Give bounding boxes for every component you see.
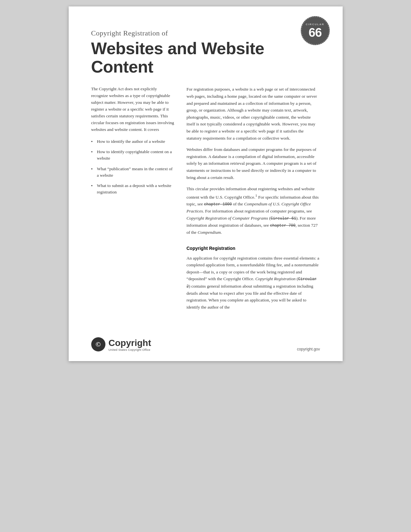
copyright-symbol-char: © xyxy=(95,340,101,349)
title-line1: Websites and Website xyxy=(91,39,264,58)
intro-paragraph: The Copyright Act does not explicitly re… xyxy=(91,86,175,133)
bullet-item-1: How to identify the author of a website xyxy=(91,138,175,145)
right-column: For registration purposes, a website is … xyxy=(187,86,320,315)
footer-copyright-word: Copyright xyxy=(109,339,151,348)
footer-url: copyright.gov xyxy=(297,347,320,351)
header-area: Copyright Registration of Websites and W… xyxy=(91,29,320,76)
badge-outer: CIRCULAR 66 xyxy=(301,16,330,45)
section-heading: Copyright Registration xyxy=(187,246,320,251)
section-paragraph: An application for copyright registratio… xyxy=(187,255,320,311)
circular-badge: CIRCULAR 66 xyxy=(301,16,330,45)
bullet-item-4: What to submit as a deposit with a websi… xyxy=(91,182,175,196)
copyright-registration-section: Copyright Registration An application fo… xyxy=(187,246,320,311)
document-subtitle: Copyright Registration of xyxy=(91,29,320,37)
title-line2: Content xyxy=(91,57,153,76)
footer: © Copyright United States Copyright Offi… xyxy=(91,337,320,351)
badge-circular-label: CIRCULAR xyxy=(306,23,325,26)
footer-office-text: United States Copyright Office xyxy=(109,348,151,351)
document-page: CIRCULAR 66 Copyright Registration of We… xyxy=(69,6,343,361)
document-title: Websites and Website Content xyxy=(91,39,320,76)
content-layout: The Copyright Act does not explicitly re… xyxy=(91,86,320,315)
right-paragraph-2: Websites differ from databases and compu… xyxy=(187,146,320,181)
copyright-circle-icon: © xyxy=(91,337,105,351)
bullet-item-2: How to identify copyrightable content on… xyxy=(91,149,175,162)
bullet-item-3: What “publication” means in the context … xyxy=(91,166,175,179)
right-paragraph-1: For registration purposes, a website is … xyxy=(187,86,320,142)
badge-number: 66 xyxy=(308,26,321,39)
bullet-list: How to identify the author of a website … xyxy=(91,138,175,196)
footer-logo: © Copyright United States Copyright Offi… xyxy=(91,337,151,351)
footer-text-group: Copyright United States Copyright Office xyxy=(109,339,151,351)
right-paragraph-3: This circular provides information about… xyxy=(187,185,320,236)
left-column: The Copyright Act does not explicitly re… xyxy=(91,86,175,315)
